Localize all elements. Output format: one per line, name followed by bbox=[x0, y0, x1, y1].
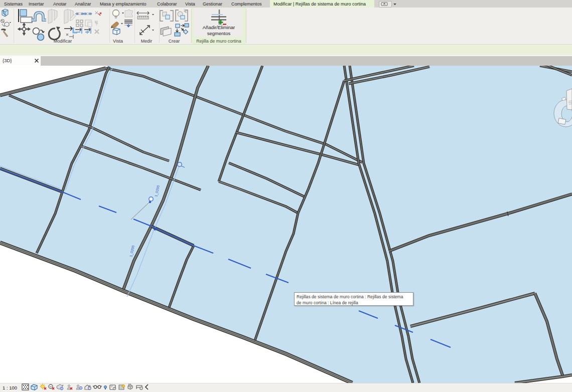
svg-text:1_0200: 1_0200 bbox=[129, 245, 135, 258]
svg-text:1_0200: 1_0200 bbox=[154, 185, 161, 198]
